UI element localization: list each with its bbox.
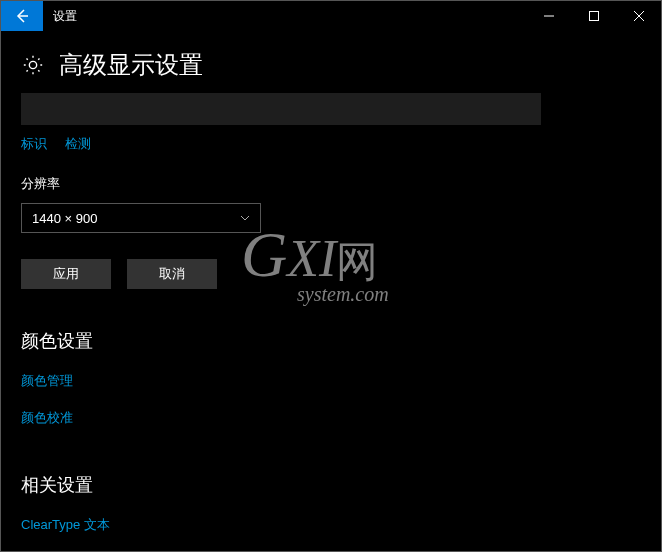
identify-link[interactable]: 标识	[21, 135, 47, 153]
maximize-icon	[589, 11, 599, 21]
color-section-title: 颜色设置	[21, 329, 641, 353]
chevron-down-icon	[240, 215, 250, 221]
svg-rect-0	[589, 12, 598, 21]
apply-button[interactable]: 应用	[21, 259, 111, 289]
color-management-link[interactable]: 颜色管理	[21, 372, 73, 390]
cancel-button[interactable]: 取消	[127, 259, 217, 289]
titlebar: 设置	[1, 1, 661, 31]
display-preview-area[interactable]	[21, 93, 541, 125]
button-row: 应用 取消	[21, 259, 641, 289]
back-button[interactable]	[1, 1, 43, 31]
settings-window: 设置 高级显示设置 标识 检测 分辨率 1440 × 90	[0, 0, 662, 552]
preview-links: 标识 检测	[21, 135, 641, 153]
arrow-left-icon	[14, 8, 30, 24]
page-title: 高级显示设置	[59, 49, 203, 81]
page-header: 高级显示设置	[21, 49, 641, 81]
minimize-button[interactable]	[526, 1, 571, 31]
window-title: 设置	[43, 8, 77, 25]
minimize-icon	[544, 11, 554, 21]
cleartype-link[interactable]: ClearType 文本	[21, 516, 110, 534]
window-controls	[526, 1, 661, 31]
related-section-title: 相关设置	[21, 473, 641, 497]
close-button[interactable]	[616, 1, 661, 31]
maximize-button[interactable]	[571, 1, 616, 31]
gear-icon	[21, 53, 45, 77]
close-icon	[634, 11, 644, 21]
resolution-label: 分辨率	[21, 175, 641, 193]
detect-link[interactable]: 检测	[65, 135, 91, 153]
content-area: 高级显示设置 标识 检测 分辨率 1440 × 900 应用 取消 颜色设置 颜…	[1, 31, 661, 552]
resolution-value: 1440 × 900	[32, 211, 97, 226]
resolution-dropdown[interactable]: 1440 × 900	[21, 203, 261, 233]
color-calibration-link[interactable]: 颜色校准	[21, 409, 73, 427]
